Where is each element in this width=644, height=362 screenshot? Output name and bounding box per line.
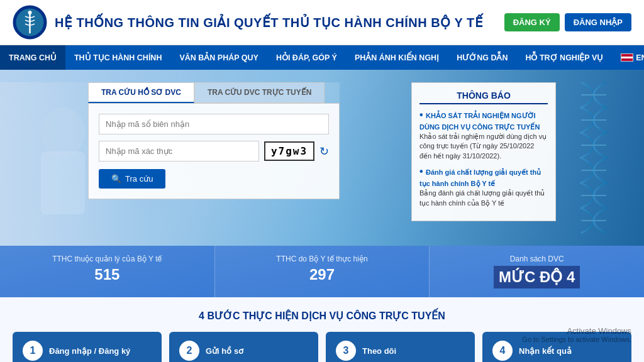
thong-bao-panel: THÔNG BÁO • KHẢO SÁT TRẢI NGHIỆM NGƯỜI D…	[411, 82, 556, 221]
stat-item-1: TTHC thuộc quản lý của Bộ Y tế 515	[0, 246, 215, 297]
logo-icon	[13, 5, 47, 40]
site-title: HỆ THỐNG THÔNG TIN GIẢI QUYẾT THỦ TỤC HÀ…	[55, 15, 504, 30]
flag-icon	[621, 53, 633, 62]
language-selector[interactable]: ENGLISH	[612, 46, 644, 70]
login-button[interactable]: ĐĂNG NHẬP	[565, 13, 631, 31]
step-card-1: 1 Đăng nhập / Đăng ký	[13, 332, 162, 362]
thong-bao-item-1: • KHẢO SÁT TRẢI NGHIỆM NGƯỜI DÙNG DỊCH V…	[419, 109, 548, 161]
thong-bao-desc-1: Khảo sát trải nghiệm người dùng dịch vụ …	[419, 132, 548, 161]
nav-item-home[interactable]: TRANG CHỦ	[0, 45, 65, 70]
nav-item-hotro[interactable]: HỖ TRỢ NGHIỆP VỤ	[516, 45, 612, 70]
tab-tracuu-dvc[interactable]: TRA CỨU DVC TRỰC TUYẾN	[194, 82, 325, 103]
step-label-3: Theo dõi	[362, 346, 396, 356]
thong-bao-item-2: • Đánh giá chất lượng giải quyết thủ tục…	[419, 166, 548, 208]
search-box: y7gw3 ↻ 🔍 Tra cứu	[88, 103, 340, 199]
nav-item-thutuc[interactable]: THỦ TỤC HÀNH CHÍNH	[65, 45, 170, 70]
register-button[interactable]: ĐĂNG KÝ	[504, 13, 560, 31]
captcha-image: y7gw3	[264, 141, 314, 161]
thong-bao-link-1[interactable]: KHẢO SÁT TRẢI NGHIỆM NGƯỜI DÙNG DỊCH VỤ …	[419, 112, 540, 131]
thong-bao-link-2[interactable]: Đánh giá chất lượng giải quyết thủ tục h…	[419, 168, 541, 187]
step-card-2: 2 Gửi hồ sơ	[169, 332, 318, 362]
svg-point-4	[41, 107, 85, 158]
nav-item-phananh[interactable]: PHẢN ÁNH KIẾN NGHỊ	[346, 45, 448, 70]
captcha-refresh-icon[interactable]: ↻	[319, 145, 329, 158]
step-number-4: 4	[492, 341, 513, 361]
header: HỆ THỐNG THÔNG TIN GIẢI QUYẾT THỦ TỤC HÀ…	[0, 0, 644, 45]
navbar: TRANG CHỦ THỦ TỤC HÀNH CHÍNH VĂN BẢN PHÁ…	[0, 45, 644, 70]
bullet-icon-2: •	[419, 166, 423, 177]
nav-item-huongdan[interactable]: HƯỚNG DẪN	[448, 45, 516, 70]
search-ma-bien-nhan[interactable]	[99, 114, 329, 134]
step-number-3: 3	[336, 341, 356, 361]
bullet-icon: •	[419, 109, 423, 120]
stats-bar: TTHC thuộc quản lý của Bộ Y tế 515 TTHC …	[0, 246, 644, 297]
thong-bao-title: THÔNG BÁO	[419, 90, 548, 104]
stat-item-2: TTHC do Bộ Y tế thực hiện 297	[215, 246, 430, 297]
step-card-3: 3 Theo dõi	[326, 332, 475, 362]
step-number-2: 2	[179, 341, 199, 361]
search-icon: 🔍	[111, 174, 121, 184]
search-button[interactable]: 🔍 Tra cứu	[99, 169, 165, 189]
step-label-1: Đăng nhập / Đăng ký	[49, 346, 130, 356]
svg-point-3	[28, 11, 32, 14]
thong-bao-desc-2: Bảng đánh giá chất lượng giải quyết thủ …	[419, 189, 548, 208]
dna-decoration	[556, 76, 631, 239]
stat-item-3: Danh sách DVC MỨC ĐỘ 4	[430, 246, 644, 297]
captcha-input[interactable]	[99, 141, 259, 162]
steps-row: 1 Đăng nhập / Đăng ký 2 Gửi hồ sơ 3 Theo…	[13, 332, 631, 362]
search-button-label: Tra cứu	[125, 174, 153, 184]
steps-section: 4 BƯỚC THỰC HIỆN DỊCH VỤ CÔNG TRỰC TUYẾN…	[0, 297, 644, 362]
tab-tracuu-hoso[interactable]: TRA CỨU HỒ SƠ DVC	[88, 82, 194, 103]
language-label: ENGLISH	[636, 53, 644, 62]
step-number-1: 1	[23, 341, 43, 361]
nav-item-hoidap[interactable]: HỎI ĐÁP, GÓP Ý	[267, 45, 346, 70]
step-label-2: Gửi hồ sơ	[206, 346, 243, 356]
step-card-4: 4 Nhận kết quả	[482, 332, 631, 362]
search-section: TRA CỨU HỒ SƠ DVC TRA CỨU DVC TRỰC TUYẾN…	[88, 82, 340, 199]
steps-title: 4 BƯỚC THỰC HIỆN DỊCH VỤ CÔNG TRỰC TUYẾN	[13, 310, 631, 322]
search-tabs: TRA CỨU HỒ SƠ DVC TRA CỨU DVC TRỰC TUYẾN	[88, 82, 340, 103]
hero-section: TRA CỨU HỒ SƠ DVC TRA CỨU DVC TRỰC TUYẾN…	[0, 70, 644, 246]
nav-item-vanbans[interactable]: VĂN BẢN PHÁP QUY	[170, 45, 267, 70]
step-label-4: Nhận kết quả	[519, 346, 572, 356]
header-auth-buttons: ĐĂNG KÝ ĐĂNG NHẬP	[504, 13, 631, 31]
svg-rect-5	[41, 151, 85, 214]
captcha-row: y7gw3 ↻	[99, 141, 329, 162]
